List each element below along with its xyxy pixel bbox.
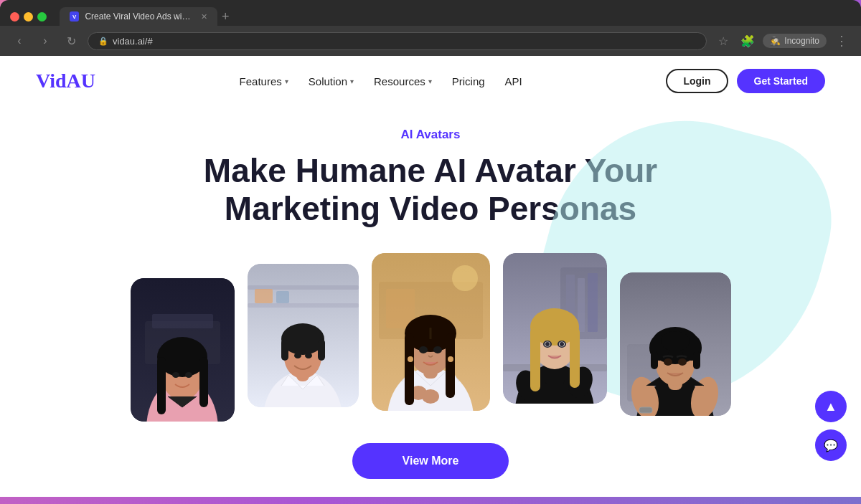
nav-api[interactable]: API	[505, 75, 522, 87]
svg-rect-74	[693, 351, 700, 369]
svg-point-36	[408, 356, 413, 362]
avatar-card[interactable]	[620, 272, 731, 416]
avatar-card-featured[interactable]	[372, 253, 490, 411]
nav-actions: Login Get Started	[666, 69, 825, 93]
nav-resources[interactable]: Resources ▾	[374, 75, 432, 87]
avatar-card[interactable]	[503, 253, 607, 404]
tab-favicon: V	[70, 11, 79, 22]
incognito-label: Incognito	[784, 36, 819, 46]
bookmark-icon[interactable]: ☆	[714, 32, 733, 50]
browser-tab[interactable]: V Create Viral Video Ads with V ✕	[60, 7, 217, 26]
tab-close-icon[interactable]: ✕	[201, 12, 207, 22]
nav-links: Features ▾ Solution ▾ Resources ▾ Pricin…	[240, 75, 522, 87]
incognito-badge: 🕵 Incognito	[763, 34, 827, 48]
svg-point-22	[294, 353, 301, 358]
forward-button[interactable]: ›	[36, 32, 55, 50]
lock-icon: 🔒	[98, 37, 108, 46]
view-more-container: View More	[352, 443, 509, 479]
get-started-button[interactable]: Get Started	[737, 69, 825, 93]
svg-rect-34	[405, 333, 414, 405]
svg-rect-66	[639, 407, 652, 413]
svg-point-27	[452, 265, 478, 291]
svg-rect-2	[152, 314, 213, 328]
browser-toolbar: ‹ › ↻ 🔒 vidau.ai/# ☆ 🧩 🕵 Incognito ⋮	[0, 26, 861, 56]
incognito-icon: 🕵	[770, 36, 781, 46]
reload-button[interactable]: ↻	[62, 32, 80, 50]
extension-icon[interactable]: 🧩	[738, 32, 757, 50]
nav-features[interactable]: Features ▾	[240, 75, 288, 87]
svg-point-58	[545, 342, 550, 346]
browser-menu-icon[interactable]: ⋮	[832, 32, 851, 50]
close-button[interactable]	[10, 12, 19, 22]
svg-point-37	[448, 356, 453, 362]
svg-point-59	[560, 342, 564, 346]
avatar-4-art	[503, 253, 607, 404]
chevron-down-icon: ▾	[285, 77, 288, 85]
navbar: VidAU Features ▾ Solution ▾ Resources ▾ …	[0, 56, 861, 106]
minimize-button[interactable]	[24, 12, 33, 22]
svg-point-30	[422, 389, 439, 404]
traffic-lights	[10, 12, 47, 22]
new-tab-button[interactable]: +	[222, 9, 230, 24]
svg-rect-44	[588, 273, 598, 332]
chat-icon: 💬	[824, 439, 838, 452]
svg-rect-35	[446, 333, 455, 398]
nav-pricing[interactable]: Pricing	[452, 75, 485, 87]
svg-point-39	[433, 346, 442, 353]
url-text: vidau.ai/#	[113, 36, 153, 47]
chevron-down-icon: ▾	[350, 77, 354, 85]
login-button[interactable]: Login	[666, 69, 728, 93]
scroll-up-button[interactable]: ▲	[815, 391, 847, 422]
avatar-2-art	[248, 264, 359, 407]
avatar-3-art	[372, 253, 490, 411]
svg-rect-21	[318, 339, 325, 361]
chat-button[interactable]: 💬	[815, 429, 847, 461]
address-bar[interactable]: 🔒 vidau.ai/#	[88, 32, 707, 50]
svg-rect-7	[157, 357, 166, 414]
browser-content: VidAU Features ▾ Solution ▾ Resources ▾ …	[0, 56, 861, 497]
svg-rect-8	[199, 357, 208, 407]
hero-section: AI Avatars Make Humane AI Avatar Your Ma…	[0, 106, 861, 486]
browser-chrome: V Create Viral Video Ads with V ✕ + ‹ › …	[0, 0, 861, 56]
avatar-1-art	[131, 278, 235, 422]
avatar-5-art	[620, 272, 731, 416]
avatars-row	[72, 257, 789, 422]
fab-container: ▲ 💬	[815, 391, 847, 461]
nav-solution[interactable]: Solution ▾	[309, 75, 354, 87]
chevron-up-icon: ▲	[824, 399, 837, 414]
svg-point-38	[419, 346, 428, 353]
svg-point-76	[678, 358, 687, 366]
logo[interactable]: VidAU	[36, 70, 95, 92]
back-button[interactable]: ‹	[10, 32, 29, 50]
svg-point-23	[305, 353, 312, 358]
svg-point-75	[664, 358, 672, 366]
svg-rect-53	[570, 327, 580, 388]
svg-rect-20	[281, 339, 288, 361]
chevron-down-icon: ▾	[428, 77, 432, 85]
svg-point-72	[661, 331, 690, 351]
toolbar-icons: ☆ 🧩 🕵 Incognito ⋮	[714, 32, 851, 50]
tab-bar: V Create Viral Video Ads with V ✕ +	[60, 7, 851, 26]
view-more-button[interactable]: View More	[352, 443, 509, 479]
svg-point-9	[172, 372, 179, 378]
maximize-button[interactable]	[37, 12, 47, 22]
svg-rect-73	[651, 351, 658, 369]
svg-point-10	[185, 372, 192, 378]
svg-rect-14	[255, 289, 273, 303]
avatar-card[interactable]	[131, 278, 235, 422]
hero-label: AI Avatars	[401, 128, 461, 142]
svg-rect-52	[530, 327, 540, 391]
svg-rect-15	[276, 291, 289, 303]
svg-rect-13	[248, 303, 359, 308]
avatar-card[interactable]	[248, 264, 359, 407]
tab-title: Create Viral Video Ads with V	[85, 11, 192, 22]
